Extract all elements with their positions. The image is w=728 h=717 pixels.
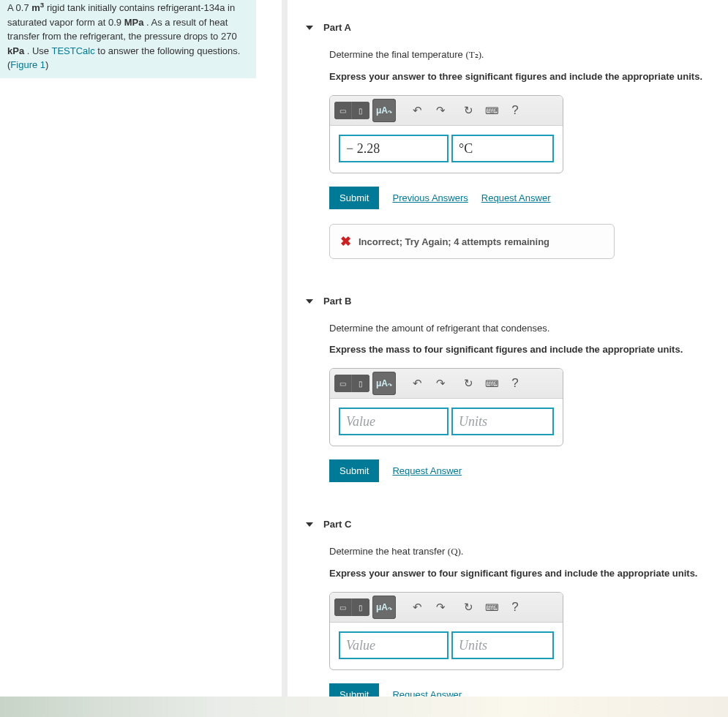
request-answer-link[interactable]: Request Answer bbox=[481, 192, 551, 203]
value-input[interactable]: Value bbox=[339, 631, 449, 659]
request-answer-link[interactable]: Request Answer bbox=[392, 465, 462, 476]
redo-icon[interactable]: ↷ bbox=[431, 374, 450, 393]
part-c-question: Determine the heat transfer (Q). bbox=[329, 546, 713, 558]
help-icon[interactable]: ? bbox=[506, 374, 525, 393]
undo-icon[interactable]: ↶ bbox=[408, 374, 427, 393]
template-buttons[interactable]: ▭ ▯ bbox=[334, 102, 369, 119]
value-input[interactable]: − 2.28 bbox=[339, 135, 449, 162]
part-b-question: Determine the amount of refrigerant that… bbox=[329, 323, 713, 334]
part-b-header[interactable]: Part B bbox=[306, 296, 713, 307]
part-b-answer-widget: ▭ ▯ μΑ↷ ↶ ↷ ↻ ⌨ ? Value Units bbox=[329, 368, 563, 446]
incorrect-icon: ✖ bbox=[340, 233, 351, 249]
toolbar: ▭ ▯ μΑ↷ ↶ ↷ ↻ ⌨ ? bbox=[330, 369, 563, 399]
help-icon[interactable]: ? bbox=[506, 598, 525, 617]
keyboard-icon[interactable]: ⌨ bbox=[482, 101, 501, 120]
help-icon[interactable]: ? bbox=[506, 101, 525, 120]
reset-icon[interactable]: ↻ bbox=[459, 598, 478, 617]
part-c-hint: Express your answer to four significant … bbox=[329, 568, 713, 579]
submit-button[interactable]: Submit bbox=[329, 187, 379, 209]
part-a-hint: Express your answer to three significant… bbox=[329, 71, 713, 82]
redo-icon[interactable]: ↷ bbox=[431, 101, 450, 120]
redo-icon[interactable]: ↷ bbox=[431, 598, 450, 617]
caret-down-icon bbox=[306, 522, 313, 527]
units-input[interactable]: °C bbox=[451, 135, 554, 162]
toolbar: ▭ ▯ μΑ↷ ↶ ↷ ↻ ⌨ ? bbox=[330, 593, 563, 623]
toolbar: ▭ ▯ μΑ↷ ↶ ↷ ↻ ⌨ ? bbox=[330, 96, 563, 126]
caret-down-icon bbox=[306, 26, 313, 30]
footer-gradient bbox=[0, 697, 728, 717]
template-buttons[interactable]: ▭ ▯ bbox=[334, 375, 369, 392]
keyboard-icon[interactable]: ⌨ bbox=[482, 374, 501, 393]
part-c-title: Part C bbox=[323, 519, 351, 530]
reset-icon[interactable]: ↻ bbox=[459, 374, 478, 393]
keyboard-icon[interactable]: ⌨ bbox=[482, 598, 501, 617]
format-button[interactable]: μΑ↷ bbox=[372, 99, 396, 122]
part-a: Part A Determine the final temperature (… bbox=[306, 22, 713, 259]
column-divider bbox=[282, 0, 288, 717]
part-c-header[interactable]: Part C bbox=[306, 519, 713, 530]
format-button[interactable]: μΑ↷ bbox=[372, 372, 396, 395]
units-input[interactable]: Units bbox=[451, 631, 554, 659]
part-a-question: Determine the final temperature (T₂). bbox=[329, 49, 713, 61]
submit-button[interactable]: Submit bbox=[329, 459, 379, 482]
part-a-answer-widget: ▭ ▯ μΑ↷ ↶ ↷ ↻ ⌨ ? − 2.28 °C bbox=[329, 95, 563, 173]
figure-link[interactable]: Figure 1 bbox=[10, 59, 45, 70]
feedback-box: ✖ Incorrect; Try Again; 4 attempts remai… bbox=[329, 224, 615, 259]
value-input[interactable]: Value bbox=[339, 408, 449, 435]
format-button[interactable]: μΑ↷ bbox=[372, 596, 396, 619]
part-b-hint: Express the mass to four significant fig… bbox=[329, 344, 713, 355]
reset-icon[interactable]: ↻ bbox=[459, 101, 478, 120]
undo-icon[interactable]: ↶ bbox=[408, 598, 427, 617]
template-buttons[interactable]: ▭ ▯ bbox=[334, 598, 369, 616]
undo-icon[interactable]: ↶ bbox=[408, 101, 427, 120]
part-b: Part B Determine the amount of refrigera… bbox=[306, 296, 713, 482]
testcalc-link[interactable]: TESTCalc bbox=[51, 45, 94, 56]
part-b-title: Part B bbox=[323, 296, 351, 307]
units-input[interactable]: Units bbox=[451, 408, 554, 435]
problem-statement: A 0.7 m3 rigid tank initially contains r… bbox=[0, 0, 256, 78]
part-c: Part C Determine the heat transfer (Q). … bbox=[306, 519, 713, 706]
part-a-title: Part A bbox=[323, 22, 351, 33]
previous-answers-link[interactable]: Previous Answers bbox=[392, 192, 468, 203]
part-c-answer-widget: ▭ ▯ μΑ↷ ↶ ↷ ↻ ⌨ ? Value Units bbox=[329, 592, 563, 670]
caret-down-icon bbox=[306, 299, 313, 304]
part-a-header[interactable]: Part A bbox=[306, 22, 713, 33]
